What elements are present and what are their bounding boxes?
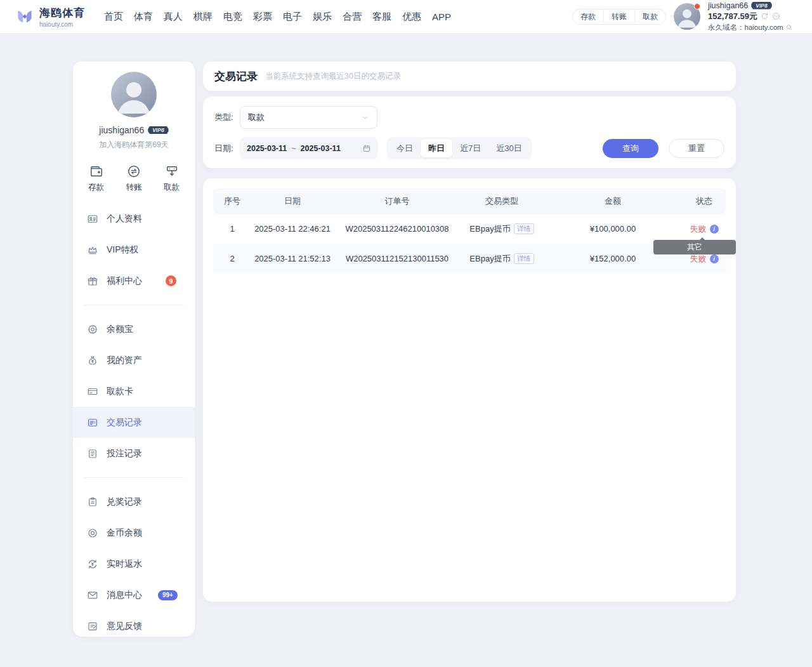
deposit-button[interactable]: 存款 (573, 10, 603, 24)
sidebar-item-label: VIP特权 (107, 244, 139, 256)
transaction-list-icon (87, 417, 98, 428)
wallet-quick-actions: 存款 转账 取款 (572, 9, 666, 25)
sidebar-item-coins[interactable]: 金币余额 (73, 517, 195, 548)
col-amount: 金额 (543, 195, 683, 207)
user-avatar[interactable] (674, 3, 700, 30)
range-today-button[interactable]: 今日 (389, 139, 421, 157)
nav-item-promo[interactable]: 优惠 (402, 11, 421, 23)
sidebar-item-feedback[interactable]: 意见反馈 (73, 611, 195, 637)
withdraw-button[interactable]: 取款 (634, 10, 665, 24)
cell-type: EBpay提币 详情 (461, 223, 543, 235)
search-icon[interactable] (785, 23, 793, 31)
sidebar-item-label: 意见反馈 (107, 621, 142, 632)
filter-card: 类型: 取款 日期: 2025-03-11 ~ 2025-03-11 今日 昨日… (203, 96, 736, 168)
feedback-icon (87, 621, 98, 632)
nav-item-slots[interactable]: 电子 (283, 11, 302, 23)
sidebar-avatar[interactable] (111, 72, 157, 117)
sidebar: jiushigan66 VIP8 加入海鸥体育第69天 存款 转账 取款 (73, 62, 195, 637)
refresh-balance-icon[interactable] (761, 12, 769, 20)
sidebar-item-profile[interactable]: 个人资料 (73, 203, 195, 234)
nav-item-partner[interactable]: 合营 (343, 11, 362, 23)
sidebar-item-withdraw-card[interactable]: 取款卡 (73, 376, 195, 407)
sidebar-withdraw-button[interactable]: 取款 (164, 164, 180, 193)
page-header-card: 交易记录 当前系统支持查询最近30日的交易记录 (203, 62, 736, 91)
sidebar-item-vip[interactable]: VIP特权 (73, 234, 195, 265)
nav-item-entertainment[interactable]: 娱乐 (313, 11, 332, 23)
cell-order-no: W202503112152130011530 (334, 254, 461, 263)
col-type: 交易类型 (461, 195, 543, 207)
range-7days-button[interactable]: 近7日 (452, 139, 488, 157)
nav-item-esports[interactable]: 电竞 (223, 11, 242, 23)
date-start-value: 2025-03-11 (247, 144, 287, 153)
sidebar-transfer-button[interactable]: 转账 (126, 164, 142, 193)
deposit-icon (89, 164, 103, 178)
nav-item-home[interactable]: 首页 (104, 11, 123, 23)
col-date: 日期 (251, 195, 334, 207)
sidebar-item-transactions[interactable]: 交易记录 (73, 407, 195, 438)
sidebar-deposit-label: 存款 (88, 182, 104, 193)
balance-amount: 152,787.59元 (708, 11, 757, 22)
sidebar-item-label: 福利中心 (107, 275, 142, 287)
sidebar-item-label: 消息中心 (107, 590, 142, 601)
nav-item-chess[interactable]: 棋牌 (193, 11, 213, 23)
sidebar-item-rebate[interactable]: 实时返水 (73, 548, 195, 579)
detail-tag-button[interactable]: 详情 (514, 223, 534, 234)
sidebar-item-prizes[interactable]: 兑奖记录 (73, 486, 195, 517)
transaction-type-text: EBpay提币 (469, 253, 510, 265)
range-30days-button[interactable]: 近30日 (488, 139, 529, 157)
clipboard-icon (87, 496, 98, 508)
sidebar-item-label: 投注记录 (107, 448, 142, 459)
money-bag-icon (87, 355, 98, 366)
sidebar-withdraw-label: 取款 (164, 182, 180, 193)
sidebar-deposit-button[interactable]: 存款 (88, 164, 104, 193)
sidebar-item-bets[interactable]: 投注记录 (73, 438, 195, 469)
table-header-row: 序号 日期 订单号 交易类型 金额 状态 (213, 188, 726, 214)
vip-badge: VIP8 (751, 2, 771, 10)
detail-tag-button[interactable]: 详情 (514, 253, 534, 264)
cell-date: 2025-03-11 21:52:13 (251, 254, 334, 263)
user-info-block: jiushigan66 VIP8 152,787.59元 永久域名：haiout… (708, 1, 803, 32)
status-info-icon[interactable]: i (710, 254, 719, 263)
coin-icon (87, 527, 98, 539)
brand-name: 海鸥体育 (39, 6, 85, 20)
sidebar-item-label: 取款卡 (107, 386, 133, 397)
nav-item-live[interactable]: 真人 (164, 11, 183, 23)
sidebar-item-label: 个人资料 (107, 213, 142, 225)
sidebar-item-messages[interactable]: 消息中心 99+ (73, 579, 195, 611)
table-row: 1 2025-03-11 22:46:21 W20250311224621001… (213, 214, 726, 244)
bank-card-icon (87, 386, 98, 397)
sidebar-item-label: 余额宝 (107, 324, 133, 335)
cell-status: 失败 i (683, 223, 726, 235)
sidebar-item-welfare[interactable]: 福利中心 9 (73, 265, 195, 296)
cell-seq: 2 (213, 254, 251, 263)
nav-item-service[interactable]: 客服 (372, 11, 391, 23)
reset-button[interactable]: 重置 (669, 139, 724, 158)
brand-logo[interactable]: 海鸥体育 haiouty.com (15, 6, 85, 28)
sidebar-item-yuebao[interactable]: 余额宝 (73, 314, 195, 345)
col-order-no: 订单号 (334, 195, 461, 207)
status-fail-text: 失败 (690, 253, 707, 265)
sidebar-item-label: 金币余额 (107, 527, 142, 539)
brand-domain: haiouty.com (39, 21, 85, 28)
nav-item-lottery[interactable]: 彩票 (253, 11, 272, 23)
status-tooltip: 其它 (653, 240, 736, 254)
type-filter-label: 类型: (214, 112, 240, 123)
brand-logo-icon (15, 7, 34, 26)
date-range-input[interactable]: 2025-03-11 ~ 2025-03-11 (240, 137, 378, 159)
range-yesterday-button[interactable]: 昨日 (421, 139, 452, 157)
transfer-button[interactable]: 转账 (603, 10, 634, 24)
type-select[interactable]: 取款 (240, 106, 377, 129)
table-row: 2 2025-03-11 21:52:13 W20250311215213001… (213, 244, 726, 274)
cell-type: EBpay提币 详情 (461, 253, 543, 265)
sidebar-item-assets[interactable]: 我的资产 (73, 345, 195, 376)
nav-item-app[interactable]: APP (432, 11, 451, 22)
chevron-down-circle-icon[interactable] (772, 12, 780, 20)
search-button[interactable]: 查询 (603, 139, 658, 158)
date-filter-label: 日期: (214, 143, 240, 154)
sidebar-item-label: 兑奖记录 (107, 496, 142, 508)
rebate-icon (87, 558, 98, 570)
sidebar-item-label: 实时返水 (107, 558, 142, 570)
cell-status: 失败 i (683, 253, 726, 265)
status-info-icon[interactable]: i (710, 225, 719, 234)
nav-item-sports[interactable]: 体育 (134, 11, 153, 23)
